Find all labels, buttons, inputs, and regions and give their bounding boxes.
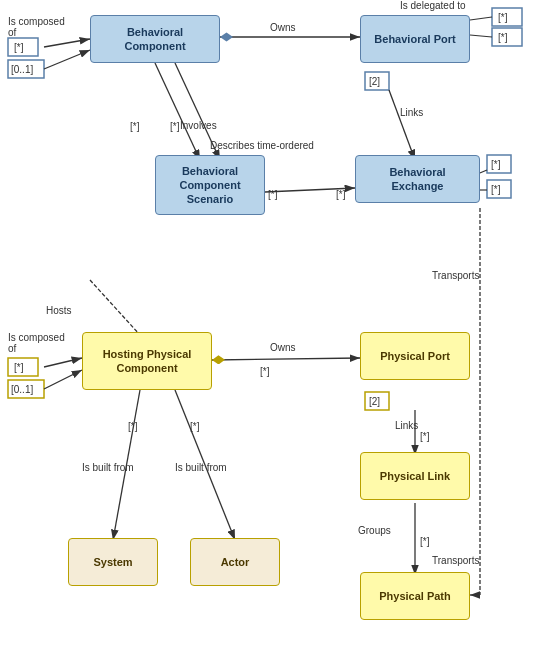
- svg-text:[*]: [*]: [190, 421, 200, 432]
- svg-rect-4: [8, 38, 38, 56]
- svg-text:[*]: [*]: [14, 42, 24, 53]
- svg-line-41: [44, 370, 82, 389]
- svg-rect-44: [365, 392, 389, 410]
- svg-text:[*]: [*]: [420, 431, 430, 442]
- physical-path-node: Physical Path: [360, 572, 470, 620]
- svg-rect-29: [487, 180, 511, 198]
- svg-line-16: [470, 35, 492, 37]
- transports-bottom-label: Transports: [432, 555, 479, 566]
- physical-port-node: Physical Port: [360, 332, 470, 380]
- groups-label: Groups: [358, 525, 391, 536]
- physical-port-label: Physical Port: [380, 349, 450, 363]
- svg-line-22: [155, 63, 200, 160]
- owns-bottom-label: Owns: [270, 342, 296, 353]
- svg-rect-6: [8, 60, 44, 78]
- behavioral-component-node: Behavioral Component: [90, 15, 220, 63]
- is-composed-of-top-label: Is composedof: [8, 16, 65, 38]
- svg-rect-13: [492, 28, 522, 46]
- svg-rect-36: [8, 358, 38, 376]
- svg-line-19: [389, 90, 415, 160]
- is-built-from-2-label: Is built from: [175, 462, 227, 473]
- transports-top-label: Transports: [432, 270, 479, 281]
- svg-rect-17: [365, 72, 389, 90]
- svg-text:[*]: [*]: [336, 189, 346, 200]
- svg-rect-11: [492, 8, 522, 26]
- behavioral-port-node: Behavioral Port: [360, 15, 470, 63]
- diagram: [*] [0..1] [*] [*] [2] [*] [*] [*] [*] […: [0, 0, 559, 651]
- svg-text:[*]: [*]: [491, 159, 501, 170]
- behavioral-exchange-label: Behavioral Exchange: [362, 165, 473, 194]
- is-delegated-to-label: Is delegated to: [400, 0, 466, 11]
- svg-text:[*]: [*]: [130, 121, 140, 132]
- svg-text:[*]: [*]: [498, 12, 508, 23]
- svg-line-8: [44, 39, 90, 47]
- system-label: System: [93, 555, 132, 569]
- links-bottom-label: Links: [395, 420, 418, 431]
- svg-line-40: [44, 358, 82, 367]
- behavioral-exchange-node: Behavioral Exchange: [355, 155, 480, 203]
- hosts-label: Hosts: [46, 305, 72, 316]
- svg-line-42: [212, 358, 360, 360]
- svg-line-26: [265, 188, 355, 192]
- svg-text:[*]: [*]: [14, 362, 24, 373]
- svg-text:[2]: [2]: [369, 76, 380, 87]
- actor-node: Actor: [190, 538, 280, 586]
- svg-text:[*]: [*]: [420, 536, 430, 547]
- svg-text:[*]: [*]: [170, 121, 180, 132]
- svg-text:[*]: [*]: [128, 421, 138, 432]
- svg-text:[*]: [*]: [498, 32, 508, 43]
- svg-text:[*]: [*]: [260, 366, 270, 377]
- svg-rect-27: [487, 155, 511, 173]
- svg-text:[*]: [*]: [268, 189, 278, 200]
- svg-text:[*]: [*]: [491, 184, 501, 195]
- is-built-from-1-label: Is built from: [82, 462, 134, 473]
- physical-path-label: Physical Path: [379, 589, 451, 603]
- behavioral-component-label: Behavioral Component: [97, 25, 213, 54]
- describes-time-ordered-label: Describes time-ordered: [210, 140, 314, 151]
- svg-text:[0..1]: [0..1]: [11, 64, 33, 75]
- physical-link-node: Physical Link: [360, 452, 470, 500]
- system-node: System: [68, 538, 158, 586]
- svg-line-35: [90, 280, 140, 335]
- svg-rect-38: [8, 380, 44, 398]
- svg-line-9: [44, 50, 90, 69]
- behavioral-component-scenario-label: Behavioral Component Scenario: [162, 164, 258, 207]
- behavioral-port-label: Behavioral Port: [374, 32, 455, 46]
- svg-text:[2]: [2]: [369, 396, 380, 407]
- hosting-physical-component-label: Hosting Physical Component: [89, 347, 205, 376]
- hosting-physical-component-node: Hosting Physical Component: [82, 332, 212, 390]
- physical-link-label: Physical Link: [380, 469, 450, 483]
- behavioral-component-scenario-node: Behavioral Component Scenario: [155, 155, 265, 215]
- owns-top-label: Owns: [270, 22, 296, 33]
- is-composed-of-bottom-label: Is composedof: [8, 332, 65, 354]
- svg-line-15: [470, 17, 492, 20]
- svg-text:[0..1]: [0..1]: [11, 384, 33, 395]
- actor-label: Actor: [221, 555, 250, 569]
- involves-label: Involves: [180, 120, 217, 131]
- links-top-label: Links: [400, 107, 423, 118]
